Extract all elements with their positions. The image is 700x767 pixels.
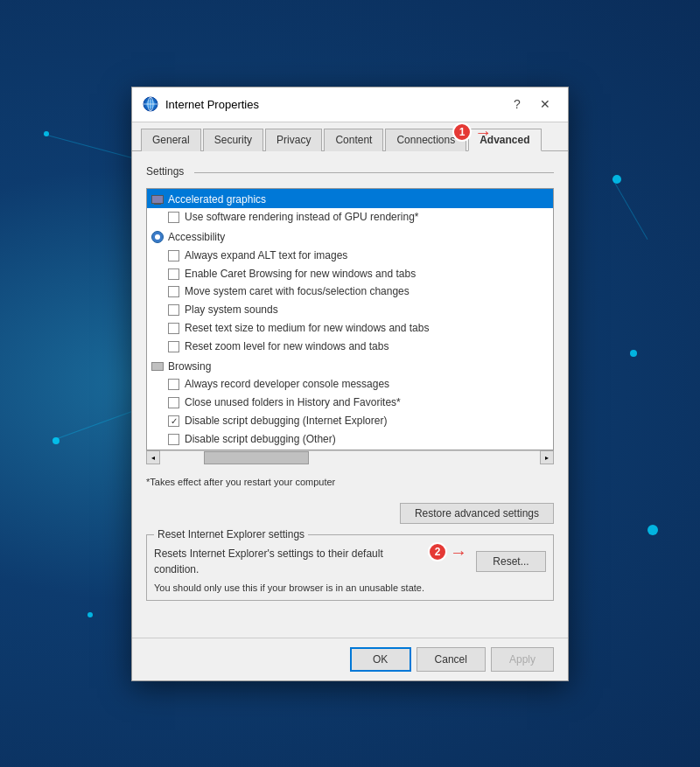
ok-button[interactable]: OK <box>350 647 411 672</box>
item-label: Enable Caret Browsing for new windows an… <box>185 267 416 282</box>
tab-connections[interactable]: Connections 1 → <box>385 129 466 151</box>
close-button[interactable]: ✕ <box>533 94 557 115</box>
list-item[interactable]: Close unused folders in History and Favo… <box>147 394 553 412</box>
list-item[interactable]: Disable script debugging (Other) <box>147 430 553 449</box>
browsing-icon <box>150 359 164 373</box>
tab-security[interactable]: Security <box>203 129 263 151</box>
list-item[interactable]: Always expand ALT text for images <box>147 247 553 265</box>
reset-section: Reset Internet Explorer settings Resets … <box>146 534 554 601</box>
scroll-right-button[interactable]: ▸ <box>540 450 554 464</box>
badge-1: 1 <box>452 122 472 142</box>
arrow-1: → <box>474 122 492 143</box>
item-label: Close unused folders in History and Favo… <box>185 395 401 410</box>
item-label: Always expand ALT text for images <box>185 248 347 263</box>
scroll-track[interactable] <box>160 451 540 464</box>
internet-properties-dialog: Internet Properties ? ✕ General Security… <box>131 87 569 681</box>
badge-2: 2 <box>428 542 447 561</box>
title-bar-controls: ? ✕ <box>505 94 557 115</box>
checkbox[interactable] <box>168 212 179 223</box>
tab-content[interactable]: Content <box>324 129 383 151</box>
annotation-1: 1 → <box>452 122 492 143</box>
cancel-button[interactable]: Cancel <box>416 647 486 672</box>
list-item[interactable]: Accelerated graphics <box>147 189 553 209</box>
reset-content: Resets Internet Explorer's settings to t… <box>154 542 546 593</box>
settings-section: Settings Accelerated graphics <box>146 162 554 464</box>
item-label: Accessibility <box>168 230 225 245</box>
dialog-footer: OK Cancel Apply <box>132 638 568 680</box>
checkbox[interactable] <box>168 379 179 390</box>
settings-list[interactable]: Accelerated graphics Use software render… <box>146 188 554 450</box>
checkbox-checked[interactable]: ✓ <box>168 415 179 427</box>
item-label: Use software rendering instead of GPU re… <box>185 210 418 225</box>
scroll-thumb[interactable] <box>204 451 309 464</box>
restore-row: Restore advanced settings <box>146 503 554 524</box>
reset-description: Resets Internet Explorer's settings to t… <box>154 546 469 593</box>
tab-general[interactable]: General <box>141 129 201 151</box>
list-item[interactable]: Browsing <box>147 356 553 376</box>
item-label: Reset zoom level for new windows and tab… <box>185 339 388 354</box>
list-item[interactable]: Reset zoom level for new windows and tab… <box>147 338 553 356</box>
list-item[interactable]: Play system sounds <box>147 301 553 319</box>
dialog-content: Settings Accelerated graphics <box>132 151 568 638</box>
checkbox[interactable] <box>168 434 179 445</box>
item-label: Accelerated graphics <box>168 192 266 207</box>
checkbox[interactable] <box>168 286 179 297</box>
reset-button[interactable]: Reset... <box>476 551 546 572</box>
dialog-title: Internet Properties <box>165 98 505 111</box>
list-item[interactable]: Enable Caret Browsing for new windows an… <box>147 265 553 283</box>
reset-note: You should only use this if your browser… <box>154 582 469 593</box>
horizontal-scrollbar[interactable]: ◂ ▸ <box>146 450 554 464</box>
restore-advanced-button[interactable]: Restore advanced settings <box>400 503 554 524</box>
item-label: Move system caret with focus/selection c… <box>185 284 410 299</box>
monitor-icon <box>150 192 164 206</box>
annotation-2: 2 → <box>428 542 467 562</box>
help-button[interactable]: ? <box>505 94 529 115</box>
scroll-left-button[interactable]: ◂ <box>146 450 160 464</box>
item-label: Always record developer console messages <box>185 377 389 392</box>
checkbox[interactable] <box>168 341 179 352</box>
list-item[interactable]: Accessibility <box>147 227 553 247</box>
item-label: Play system sounds <box>185 303 278 317</box>
checkbox[interactable] <box>168 304 179 316</box>
item-label: Browsing <box>168 359 211 374</box>
title-bar: Internet Properties ? ✕ <box>132 87 568 122</box>
item-label: Disable script debugging (Internet Explo… <box>185 414 387 429</box>
list-item[interactable]: Reset text size to medium for new window… <box>147 319 553 338</box>
reset-desc-line1: Resets Internet Explorer's settings to t… <box>154 546 469 577</box>
list-item[interactable]: Move system caret with focus/selection c… <box>147 282 553 301</box>
list-item[interactable]: Always record developer console messages <box>147 375 553 394</box>
checkbox[interactable] <box>168 268 179 280</box>
reset-btn-col: 2 → Reset... <box>476 546 546 572</box>
checkbox[interactable] <box>168 250 179 261</box>
tab-privacy[interactable]: Privacy <box>265 129 322 151</box>
accessibility-icon <box>150 230 164 244</box>
apply-button[interactable]: Apply <box>491 647 554 672</box>
reset-section-title: Reset Internet Explorer settings <box>154 528 308 540</box>
dialog-icon <box>143 96 158 112</box>
checkbox[interactable] <box>168 397 179 408</box>
arrow-2: → <box>450 542 467 562</box>
list-item[interactable]: ✓ Disable script debugging (Internet Exp… <box>147 412 553 430</box>
item-label: Reset text size to medium for new window… <box>185 321 429 336</box>
settings-label: Settings <box>146 162 191 185</box>
item-label: Disable script debugging (Other) <box>185 432 336 447</box>
checkbox[interactable] <box>168 323 179 334</box>
tabs-container: General Security Privacy Content Connect… <box>132 122 568 151</box>
list-item[interactable]: Use software rendering instead of GPU re… <box>147 208 553 227</box>
restart-note: *Takes effect after you restart your com… <box>146 475 554 489</box>
